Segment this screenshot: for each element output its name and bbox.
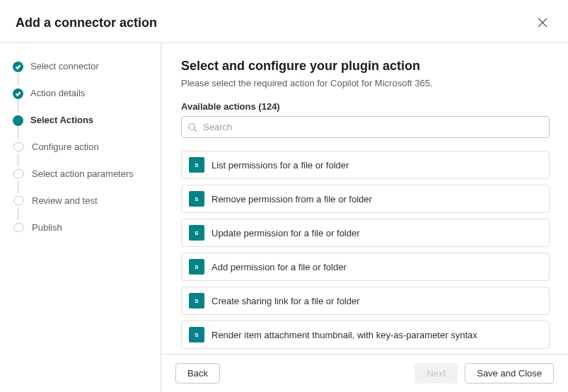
sharepoint-icon: S	[189, 259, 204, 275]
svg-point-2	[189, 123, 195, 129]
save-and-close-button[interactable]: Save and Close	[465, 363, 554, 384]
step-dot-done	[13, 88, 23, 99]
action-label: Render item attachment thumbnail, with k…	[211, 330, 477, 340]
step-configure-action[interactable]: Configure action	[13, 141, 153, 168]
step-label: Publish	[32, 221, 62, 234]
wizard-sidebar: Select connector Action details Select A…	[0, 43, 161, 392]
action-item[interactable]: S List permissions for a file or folder	[181, 151, 550, 179]
svg-line-3	[195, 129, 197, 132]
dialog-window: Add a connector action Select connector	[0, 0, 568, 392]
step-label: Review and test	[32, 195, 98, 207]
action-item[interactable]: S Update permission for a file or folder	[181, 219, 550, 247]
action-item[interactable]: S Create sharing link for a file or fold…	[181, 287, 550, 315]
close-button[interactable]	[533, 13, 552, 33]
sharepoint-icon: S	[189, 293, 204, 309]
search-wrap	[181, 116, 550, 138]
search-icon	[187, 122, 197, 132]
step-label: Select connector	[30, 60, 99, 73]
action-label: List permissions for a file or folder	[211, 160, 349, 171]
step-dot-current	[13, 115, 23, 126]
sharepoint-icon: S	[189, 157, 204, 173]
action-label: Update permission for a file or folder	[211, 228, 360, 238]
sharepoint-icon: S	[189, 327, 204, 342]
step-label: Select Actions	[30, 114, 93, 127]
available-actions-label: Available actions (124)	[181, 101, 550, 112]
page-title: Select and configure your plugin action	[181, 59, 550, 74]
next-button[interactable]: Next	[415, 363, 458, 384]
step-dot-pending	[13, 169, 24, 178]
main-content: Select and configure your plugin action …	[161, 43, 568, 354]
step-connector-line	[18, 207, 18, 220]
check-icon	[15, 91, 21, 97]
step-connector-line	[18, 100, 18, 113]
step-dot-done	[13, 62, 23, 72]
action-item[interactable]: S Remove permission from a file or folde…	[181, 185, 550, 213]
step-dot-pending	[13, 142, 24, 151]
action-label: Add permission for a file or folder	[211, 262, 347, 272]
step-label: Configure action	[32, 141, 99, 154]
step-select-actions[interactable]: Select Actions	[13, 114, 153, 141]
step-connector-line	[18, 154, 18, 166]
step-label: Select action parameters	[32, 168, 134, 180]
dialog-title: Add a connector action	[16, 16, 157, 30]
action-list: S List permissions for a file or folder …	[181, 151, 550, 354]
action-item[interactable]: S Render item attachment thumbnail, with…	[181, 321, 550, 349]
step-select-connector[interactable]: Select connector	[13, 60, 153, 87]
step-dot-pending	[13, 223, 24, 232]
step-dot-pending	[13, 196, 24, 205]
wizard-steps: Select connector Action details Select A…	[13, 60, 153, 234]
sharepoint-icon: S	[189, 225, 204, 241]
sharepoint-icon: S	[189, 191, 204, 207]
action-label: Create sharing link for a file or folder	[211, 296, 360, 306]
check-icon	[15, 64, 21, 70]
step-select-action-parameters[interactable]: Select action parameters	[13, 168, 153, 195]
step-action-details[interactable]: Action details	[13, 87, 153, 114]
action-label: Remove permission from a file or folder	[211, 194, 372, 204]
step-connector-line	[18, 127, 18, 139]
step-connector-line	[18, 180, 18, 193]
page-subtitle: Please select the required action for Co…	[181, 78, 550, 88]
dialog-footer: Back Next Save and Close	[161, 354, 568, 392]
close-icon	[538, 18, 547, 28]
back-button[interactable]: Back	[175, 363, 220, 384]
search-input[interactable]	[181, 116, 550, 138]
step-review-and-test[interactable]: Review and test	[13, 195, 153, 221]
step-connector-line	[18, 73, 18, 86]
main-panel: Select and configure your plugin action …	[161, 43, 568, 392]
step-label: Action details	[30, 87, 85, 100]
step-publish[interactable]: Publish	[13, 221, 153, 234]
dialog-body: Select connector Action details Select A…	[0, 43, 568, 392]
action-item[interactable]: S Add permission for a file or folder	[181, 253, 550, 281]
dialog-header: Add a connector action	[0, 0, 568, 43]
